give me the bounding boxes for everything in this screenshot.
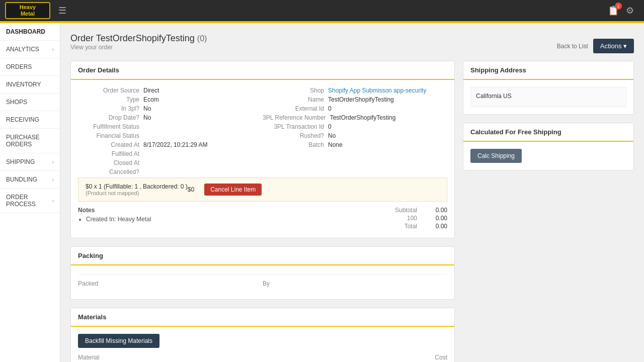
- col-sidebar: Shipping Address California US Calculate…: [463, 61, 634, 362]
- by-label: By: [263, 280, 447, 287]
- detail-row: Cancelled?: [78, 168, 263, 175]
- detail-row: Fulfilled At: [78, 150, 263, 157]
- calc-shipping-card: Calculated For Free Shipping Calc Shippi…: [463, 123, 634, 170]
- detail-row: Drop Date? No: [78, 114, 263, 121]
- page-title-area: Order TestOrderShopifyTesting (0) View y…: [70, 33, 207, 59]
- chevron-right-icon: ›: [52, 198, 54, 204]
- detail-row: Name TestOrderShopifyTesting: [263, 96, 447, 103]
- notification-badge: 1: [615, 3, 622, 10]
- notification-icon[interactable]: 📋 1: [608, 5, 619, 16]
- detail-row: Type Ecom: [78, 96, 263, 103]
- content-cols: Order Details Order Source Direct Type: [70, 61, 634, 362]
- detail-row: Created At 8/17/2022, 10:21:29 AM: [78, 141, 263, 148]
- line-item-row: $0 x 1 (Fulfillable: 1 , Backordered: 0 …: [78, 177, 447, 202]
- detail-row: Shop Shopify App Submisson app-security: [263, 87, 447, 94]
- detail-row: Rushed? No: [263, 132, 447, 139]
- detail-row: Batch None: [263, 141, 447, 148]
- sidebar-item-purchase-orders[interactable]: PURCHASE ORDERS: [0, 129, 60, 153]
- settings-icon[interactable]: ⚙: [626, 5, 634, 16]
- detail-row: Financial Status: [78, 132, 263, 139]
- calc-shipping-body: Calc Shipping: [463, 142, 633, 170]
- packing-card: Packing Packed By: [70, 246, 455, 300]
- order-details-card: Order Details Order Source Direct Type: [70, 61, 455, 238]
- sidebar-item-dashboard[interactable]: DASHBOARD: [0, 23, 60, 41]
- detail-row: Fulfillment Status: [78, 123, 263, 130]
- materials-body: Backfill Missing Materials Material Cost: [71, 327, 454, 362]
- sidebar-item-shops[interactable]: SHOPS: [0, 94, 60, 111]
- packing-row: Packed By: [78, 275, 447, 292]
- backfill-missing-materials-button[interactable]: Backfill Missing Materials: [78, 334, 159, 348]
- detail-row: 3PL Transaction Id 0: [263, 123, 447, 130]
- details-two-col: Order Source Direct Type Ecom In 3pl? No: [78, 87, 447, 177]
- sidebar-item-receiving[interactable]: RECEIVING: [0, 111, 60, 129]
- detail-row: In 3pl? No: [78, 105, 263, 112]
- packing-body: Packed By: [71, 265, 454, 299]
- subtotal-row: Subtotal 0.00: [347, 207, 447, 214]
- logo: HeavyMetal: [5, 2, 50, 19]
- page-subtitle: View your order: [70, 44, 207, 51]
- shipping-address-card: Shipping Address California US: [463, 61, 634, 115]
- sidebar-item-order-process[interactable]: ORDER PROCESS ›: [0, 189, 60, 213]
- line-item-info: $0 x 1 (Fulfillable: 1 , Backordered: 0 …: [86, 183, 188, 196]
- packing-header: Packing: [71, 247, 454, 265]
- shipping-row: 100 0.00: [347, 215, 447, 222]
- details-right: Shop Shopify App Submisson app-security …: [263, 87, 447, 177]
- hamburger-icon[interactable]: ☰: [58, 5, 66, 16]
- page-header: Order TestOrderShopifyTesting (0) View y…: [70, 33, 634, 59]
- order-details-body: Order Source Direct Type Ecom In 3pl? No: [71, 80, 454, 238]
- calc-shipping-button[interactable]: Calc Shipping: [470, 149, 522, 163]
- detail-row: External Id 0: [263, 105, 447, 112]
- total-row: Total 0.00: [347, 223, 447, 230]
- actions-button[interactable]: Actions ▾: [593, 39, 634, 53]
- materials-card: Materials Backfill Missing Materials Mat…: [70, 308, 455, 362]
- back-to-list-button[interactable]: Back to List: [557, 43, 588, 50]
- chevron-right-icon: ›: [52, 177, 54, 183]
- materials-header: Materials: [71, 308, 454, 327]
- sidebar-item-analytics[interactable]: ANALYTICS ›: [0, 41, 60, 58]
- address-box: California US: [470, 87, 626, 107]
- cancel-line-item-button[interactable]: Cancel Line Item: [204, 184, 262, 196]
- order-details-header: Order Details: [71, 61, 454, 80]
- notes-totals: Notes Created In: Heavy Metal Subtotal 0…: [78, 207, 447, 231]
- header-actions: Back to List Actions ▾: [557, 39, 634, 53]
- sidebar-item-bundling[interactable]: BUNDLING ›: [0, 171, 60, 189]
- detail-row: Closed At: [78, 159, 263, 166]
- line-item-price: $0: [188, 186, 194, 193]
- materials-col-headers: Material Cost: [78, 354, 447, 362]
- sidebar-item-inventory[interactable]: INVENTORY: [0, 76, 60, 94]
- calc-shipping-header: Calculated For Free Shipping: [463, 123, 633, 142]
- topbar: HeavyMetal ☰ 📋 1 ⚙: [0, 0, 644, 21]
- details-left: Order Source Direct Type Ecom In 3pl? No: [78, 87, 263, 177]
- totals-section: Subtotal 0.00 100 0.00 Total 0.00: [347, 207, 447, 231]
- topbar-icons: 📋 1 ⚙: [608, 5, 634, 16]
- note-item: Created In: Heavy Metal: [86, 216, 347, 223]
- chevron-right-icon: ›: [52, 159, 54, 165]
- sidebar-item-shipping[interactable]: SHIPPING ›: [0, 153, 60, 171]
- detail-row: 3PL Reference Number TestOrderShopifyTes…: [263, 114, 447, 121]
- page-title: Order TestOrderShopifyTesting (0): [70, 33, 207, 44]
- main-content: Order TestOrderShopifyTesting (0) View y…: [60, 23, 644, 362]
- col-main: Order Details Order Source Direct Type: [70, 61, 455, 362]
- notes-section: Notes Created In: Heavy Metal: [78, 207, 347, 231]
- detail-row: Order Source Direct: [78, 87, 263, 94]
- sidebar: DASHBOARD ANALYTICS › ORDERS INVENTORY S…: [0, 23, 60, 362]
- shipping-address-header: Shipping Address: [463, 61, 633, 80]
- chevron-right-icon: ›: [52, 47, 54, 52]
- packed-label: Packed: [78, 280, 263, 287]
- sidebar-item-orders[interactable]: ORDERS: [0, 58, 60, 76]
- shipping-address-body: California US: [463, 80, 633, 114]
